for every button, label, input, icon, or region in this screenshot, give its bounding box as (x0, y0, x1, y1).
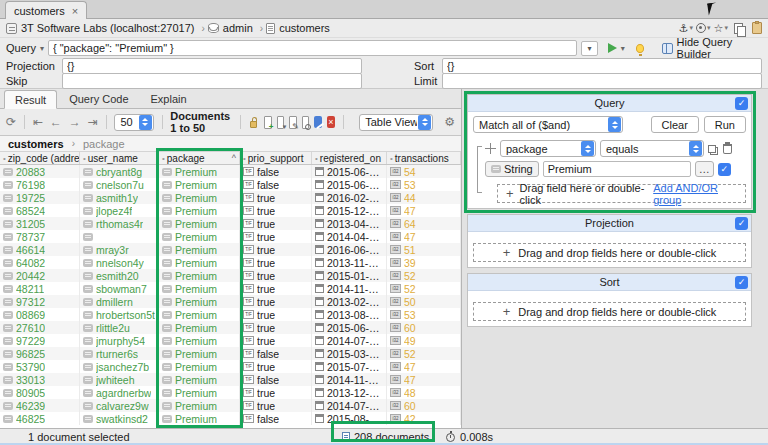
cell-prio-support[interactable]: T/Ffalse (240, 347, 312, 360)
cell-zip-code-address-zip[interactable]: 97312 (0, 295, 80, 308)
cell-user-name[interactable]: dmillern (80, 295, 159, 308)
table-breadcrumb-field[interactable]: package (83, 138, 125, 150)
cell-user-name[interactable]: hrobertson5t (80, 308, 159, 321)
cell-user-name[interactable]: rlittle2u (80, 321, 159, 334)
cell-package[interactable]: Premium (159, 204, 240, 217)
operator-select[interactable]: equals (600, 140, 704, 157)
column-header-package[interactable]: package^ (159, 152, 240, 164)
breadcrumb-connection[interactable]: 3T Software Labs (localhost:27017) (6, 22, 194, 34)
cell-prio-support[interactable]: T/Ftrue (240, 282, 312, 295)
inspect-document-icon[interactable] (302, 116, 310, 129)
view-document-icon[interactable]: ▾ (277, 116, 285, 129)
table-row[interactable]: 33013jwhiteehPremiumT/Ffalse2014-11-13…i… (0, 373, 461, 386)
cell-package[interactable]: Premium (159, 308, 240, 321)
cell-transactions[interactable]: i3242 (387, 412, 461, 425)
table-row[interactable]: 68524jlopez4fPremiumT/Ftrue2015-12-12…i3… (0, 204, 461, 217)
cell-registered-on[interactable]: 2016-02-05… (312, 191, 387, 204)
cell-prio-support[interactable]: T/Ffalse (240, 178, 312, 191)
query-input[interactable] (48, 40, 577, 56)
cell-transactions[interactable]: i3247 (387, 230, 461, 243)
query-history-caret-icon[interactable]: ▾ (40, 44, 44, 53)
tab-result[interactable]: Result (4, 90, 57, 109)
column-header-prio-support[interactable]: prio_support (240, 152, 312, 164)
cell-registered-on[interactable]: 2014-04-03… (312, 230, 387, 243)
paste-icon[interactable] (752, 22, 762, 34)
cell-zip-code-address-zip[interactable]: 46825 (0, 412, 80, 425)
cell-zip-code-address-zip[interactable]: 97229 (0, 334, 80, 347)
value-type-button[interactable]: String (485, 161, 539, 177)
value-options-button[interactable]: … (695, 161, 714, 177)
cell-prio-support[interactable]: T/Ftrue (240, 321, 312, 334)
cell-registered-on[interactable]: 2013-08-10… (312, 308, 387, 321)
delete-condition-icon[interactable] (723, 144, 732, 154)
cell-prio-support[interactable]: T/Ftrue (240, 243, 312, 256)
cell-transactions[interactable]: i3251 (387, 243, 461, 256)
page-size-select[interactable]: 50 (114, 114, 153, 131)
cell-transactions[interactable]: i3254 (387, 165, 461, 178)
table-row[interactable]: 19725asmith1yPremiumT/Ftrue2016-02-05…i3… (0, 191, 461, 204)
cell-package[interactable]: Premium (159, 347, 240, 360)
cell-registered-on[interactable]: 2015-07-11… (312, 360, 387, 373)
cell-transactions[interactable]: i3247 (387, 204, 461, 217)
cell-user-name[interactable]: asmith1y (80, 191, 159, 204)
query-drop-zone[interactable]: + Drag field here or double-click Add AN… (497, 184, 746, 203)
cell-user-name[interactable]: jwhiteeh (80, 373, 159, 386)
cell-zip-code-address-zip[interactable]: 68524 (0, 204, 80, 217)
cell-package[interactable]: Premium (159, 360, 240, 373)
cell-prio-support[interactable]: T/Ffalse (240, 165, 312, 178)
cell-registered-on[interactable]: 2014-11-06… (312, 282, 387, 295)
table-row[interactable]: 96825rturner6sPremiumT/Ffalse2015-03-22…… (0, 347, 461, 360)
run-button[interactable]: Run (704, 116, 746, 133)
cell-registered-on[interactable]: 2013-02-21… (312, 295, 387, 308)
table-row[interactable]: 46825swatkinsd2PremiumT/Ffalse2015-08-23… (0, 412, 461, 425)
cell-transactions[interactable]: i3260 (387, 399, 461, 412)
cell-zip-code-address-zip[interactable]: 76198 (0, 178, 80, 191)
cell-registered-on[interactable]: 2013-11-15… (312, 256, 387, 269)
drag-handle-icon[interactable] (485, 143, 496, 154)
condition-enabled-checkbox[interactable]: ✓ (718, 163, 731, 176)
cell-prio-support[interactable]: T/Ftrue (240, 334, 312, 347)
history-icon[interactable]: ▾ (696, 23, 711, 33)
cell-zip-code-address-zip[interactable]: 08869 (0, 308, 80, 321)
clear-button[interactable]: Clear (651, 116, 699, 133)
update-document-icon[interactable] (314, 116, 322, 128)
cell-user-name[interactable]: rturner6s (80, 347, 159, 360)
column-header-user-name[interactable]: user_name (80, 152, 159, 164)
cell-user-name[interactable]: cnelson7u (80, 178, 159, 191)
table-row[interactable]: 31205rthomas4rPremiumT/Ftrue2013-04-30…i… (0, 217, 461, 230)
cell-user-name[interactable]: jlopez4f (80, 204, 159, 217)
close-tab-icon[interactable]: × (72, 5, 78, 17)
cell-registered-on[interactable]: 2016-06-15… (312, 243, 387, 256)
lock-icon[interactable] (250, 121, 256, 128)
copy-icon[interactable] (734, 23, 743, 34)
tab-explain[interactable]: Explain (141, 89, 197, 108)
cell-user-name[interactable]: nnelson4y (80, 256, 159, 269)
cell-registered-on[interactable]: 2015-12-12… (312, 204, 387, 217)
sort-drop-zone[interactable]: + Drag and drop fields here or double-cl… (473, 302, 746, 321)
cell-package[interactable]: Premium (159, 217, 240, 230)
cell-transactions[interactable]: i3252 (387, 282, 461, 295)
cell-prio-support[interactable]: T/Ffalse (240, 373, 312, 386)
cell-transactions[interactable]: i3239 (387, 256, 461, 269)
cell-zip-code-address-zip[interactable]: 78737 (0, 230, 80, 243)
anchor-icon[interactable]: ⚓▾ (679, 22, 693, 35)
refresh-icon[interactable]: ⟳ (6, 115, 16, 129)
cell-user-name[interactable]: esmith20 (80, 269, 159, 282)
limit-input[interactable] (442, 73, 762, 89)
cell-zip-code-address-zip[interactable]: 20883 (0, 165, 80, 178)
cell-package[interactable]: Premium (159, 321, 240, 334)
cell-transactions[interactable]: i3260 (387, 321, 461, 334)
hide-query-builder-button[interactable]: Hide Query Builder (662, 36, 762, 60)
table-row[interactable]: 20883cbryant8gPremiumT/Ffalse2015-06-18…… (0, 165, 461, 178)
last-page-icon[interactable]: ⇥ (88, 115, 98, 129)
cell-prio-support[interactable]: T/Ftrue (240, 360, 312, 373)
cell-registered-on[interactable]: 2013-12-27… (312, 386, 387, 399)
cell-zip-code-address-zip[interactable]: 19725 (0, 191, 80, 204)
cell-zip-code-address-zip[interactable]: 96825 (0, 347, 80, 360)
cell-registered-on[interactable]: 2015-06-17… (312, 321, 387, 334)
cell-package[interactable]: Premium (159, 243, 240, 256)
cell-transactions[interactable]: i3247 (387, 360, 461, 373)
cell-zip-code-address-zip[interactable]: 64082 (0, 256, 80, 269)
first-page-icon[interactable]: ⇤ (33, 115, 43, 129)
cell-user-name[interactable]: calvarez9w (80, 399, 159, 412)
